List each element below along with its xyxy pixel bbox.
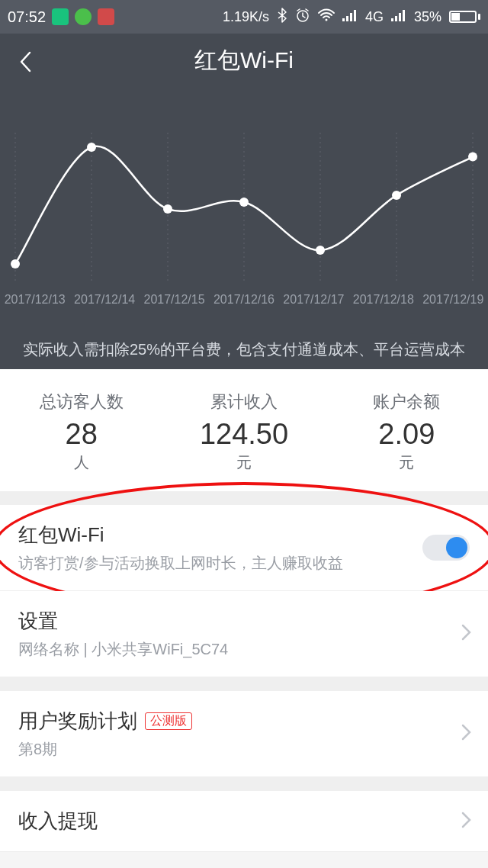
stat-income: 累计收入 124.50 元 (162, 391, 325, 473)
svg-rect-8 (399, 13, 401, 21)
status-right: 1.19K/s 4G 35% (223, 8, 480, 27)
title-bar: 红包Wi-Fi (0, 34, 488, 87)
svg-rect-6 (391, 18, 393, 21)
section-gap (0, 677, 488, 691)
svg-point-1 (325, 18, 327, 21)
row-subtitle: 第8期 (18, 739, 470, 760)
alarm-icon (295, 8, 310, 27)
reward-title-text: 用户奖励计划 (18, 708, 137, 735)
stat-value: 2.09 (326, 418, 488, 451)
battery-icon (449, 11, 480, 23)
chart-area[interactable]: 2017/12/132017/12/142017/12/152017/12/16… (0, 125, 488, 323)
row-subtitle: 网络名称 | 小米共享WiFi_5C74 (18, 639, 470, 660)
row-hongbao-wifi[interactable]: 红包Wi-Fi 访客打赏/参与活动换取上网时长，主人赚取收益 (0, 505, 488, 591)
chart-note: 实际收入需扣除25%的平台费，包含支付通道成本、平台运营成本 (0, 339, 488, 360)
status-left: 07:52 (8, 8, 114, 26)
stat-value: 124.50 (162, 418, 325, 451)
row-reward-plan[interactable]: 用户奖励计划 公测版 第8期 (0, 691, 488, 777)
stat-unit: 人 (0, 452, 162, 473)
toggle-knob (446, 537, 467, 558)
svg-point-20 (239, 198, 249, 207)
svg-point-18 (87, 143, 96, 152)
chart-x-tick: 2017/12/14 (69, 293, 139, 307)
beta-badge: 公测版 (145, 712, 192, 730)
status-app-icon (75, 8, 92, 25)
svg-rect-2 (342, 18, 345, 21)
svg-point-19 (163, 204, 172, 214)
stat-label: 累计收入 (162, 391, 325, 413)
svg-point-17 (11, 259, 20, 268)
chart-x-axis: 2017/12/132017/12/142017/12/152017/12/16… (0, 293, 488, 307)
signal-icon (391, 9, 406, 25)
stats-row: 总访客人数 28 人 累计收入 124.50 元 账户余额 2.09 元 (0, 369, 488, 491)
stat-value: 28 (0, 418, 162, 451)
row-title: 设置 (18, 608, 470, 635)
settings-sub-prefix: 网络名称 | (18, 641, 92, 657)
svg-point-23 (468, 153, 477, 162)
wifi-icon (318, 8, 335, 26)
stat-visitors: 总访客人数 28 人 (0, 391, 162, 473)
page-title: 红包Wi-Fi (0, 45, 488, 76)
back-button[interactable] (18, 50, 34, 76)
svg-point-22 (392, 191, 401, 200)
row-subtitle: 访客打赏/参与活动换取上网时长，主人赚取收益 (18, 553, 470, 574)
bluetooth-icon (277, 8, 287, 27)
row-title: 用户奖励计划 公测版 (18, 708, 470, 735)
section-gap (0, 491, 488, 505)
header-panel: 红包Wi-Fi 2017/12/132017/12/142017/12/1520… (0, 34, 488, 369)
status-throughput: 1.19K/s (223, 9, 269, 25)
chart-x-tick: 2017/12/16 (209, 293, 278, 307)
chart-x-tick: 2017/12/17 (279, 293, 348, 307)
chart-x-tick: 2017/12/15 (140, 293, 209, 307)
stat-unit: 元 (162, 452, 325, 473)
row-withdraw[interactable]: 收入提现 (0, 791, 488, 852)
svg-point-21 (316, 246, 325, 255)
status-app-icon (52, 8, 69, 25)
stat-balance: 账户余额 2.09 元 (326, 391, 488, 473)
svg-rect-3 (346, 16, 348, 21)
chart-x-tick: 2017/12/13 (0, 293, 69, 307)
section-gap (0, 777, 488, 791)
row-title: 红包Wi-Fi (18, 522, 470, 548)
status-bar: 07:52 1.19K/s 4G 35% (0, 0, 488, 34)
row-settings[interactable]: 设置 网络名称 | 小米共享WiFi_5C74 (0, 591, 488, 677)
status-battery-pct: 35% (414, 9, 441, 25)
svg-rect-7 (395, 16, 397, 21)
row-title: 收入提现 (18, 808, 470, 834)
chevron-right-icon (461, 811, 471, 832)
status-network: 4G (365, 9, 384, 25)
signal-icon (342, 9, 358, 25)
status-app-icon (98, 8, 114, 25)
stat-unit: 元 (326, 452, 488, 473)
svg-rect-4 (350, 13, 352, 21)
status-time: 07:52 (8, 8, 46, 26)
chart-x-tick: 2017/12/19 (419, 293, 488, 307)
stat-label: 总访客人数 (0, 391, 162, 413)
hongbao-toggle[interactable] (422, 535, 470, 561)
chevron-right-icon (461, 723, 471, 744)
svg-rect-5 (354, 10, 356, 21)
chart-x-tick: 2017/12/18 (348, 293, 418, 307)
svg-rect-9 (403, 10, 405, 21)
chevron-right-icon (461, 623, 471, 645)
stat-label: 账户余额 (326, 391, 488, 413)
settings-ssid: 小米共享WiFi_5C74 (92, 641, 228, 657)
